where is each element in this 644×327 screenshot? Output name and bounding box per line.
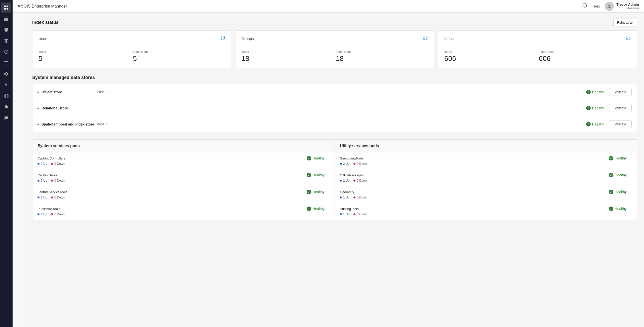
notification-bell-icon[interactable] xyxy=(582,3,587,10)
system-pod-name: CachingTools xyxy=(37,173,57,177)
data-store-spatiotemporal-name: Spatiotemporal and index store xyxy=(42,122,97,126)
index-card-items-body: Index 606 Index store 606 xyxy=(444,50,631,63)
svg-rect-9 xyxy=(4,61,8,62)
refresh-groups-icon[interactable] xyxy=(423,36,428,41)
user-name: Trevor Admin xyxy=(616,3,639,7)
utility-pod-health: ✓ Healthy xyxy=(609,173,627,177)
up-dot-icon xyxy=(37,196,39,198)
svg-rect-4 xyxy=(4,17,8,17)
index-card-users: Users Index 5 Index store 5 xyxy=(32,30,231,68)
down-dot-icon xyxy=(51,196,53,198)
system-pod-row: FeatureServiceTools ✓ Healthy 2 Up 0 Dow… xyxy=(32,186,335,203)
system-pod-health: ✓ Healthy xyxy=(307,207,325,211)
svg-rect-0 xyxy=(4,6,6,7)
system-pods-list: CachingControllers ✓ Healthy 2 Up 0 Down… xyxy=(32,152,335,220)
pod-down-count: 0 Down xyxy=(357,196,367,199)
user-menu[interactable]: Trevor Admin siteadmin xyxy=(605,2,639,11)
chevron-spatiotemporal-icon[interactable]: ▸ xyxy=(37,122,39,126)
refresh-users-icon[interactable] xyxy=(220,36,225,41)
pod-stats: 1 Up 0 Down xyxy=(340,213,632,216)
items-store-metric: Index store 606 xyxy=(539,50,631,63)
pods-section: System services pods CachingControllers … xyxy=(32,139,637,220)
refresh-items-icon[interactable] xyxy=(626,36,631,41)
reindex-all-button[interactable]: Reindex all xyxy=(613,19,637,26)
users-index-value: 5 xyxy=(38,55,130,63)
svg-rect-10 xyxy=(4,63,8,63)
pod-stats: 2 Up 0 Down xyxy=(340,179,632,182)
health-check-icon-2: ✓ xyxy=(586,106,591,110)
sidebar-icon-globe[interactable] xyxy=(1,91,11,101)
main-content: Index status Reindex all Users Index 5 xyxy=(25,13,644,327)
data-store-object-health: ✓ Healthy xyxy=(586,90,604,94)
pod-down-count: 0 Down xyxy=(54,179,65,182)
down-dot-icon xyxy=(353,213,355,215)
utility-pod-status: Healthy xyxy=(615,156,627,160)
validate-relational-button[interactable]: Validate xyxy=(609,104,632,112)
svg-rect-6 xyxy=(4,19,8,20)
pod-up-stat: 2 Up xyxy=(340,162,349,166)
pod-up-stat: 1 Up xyxy=(340,196,349,199)
utility-pod-row: Geometry ✓ Healthy 1 Up 0 Down xyxy=(335,186,637,203)
index-card-users-body: Index 5 Index store 5 xyxy=(38,50,225,63)
up-dot-icon xyxy=(37,163,39,165)
items-index-metric: Index 606 xyxy=(444,50,536,63)
health-check-icon: ✓ xyxy=(586,90,591,94)
sidebar-icon-list[interactable] xyxy=(1,58,11,68)
index-status-title: Index status xyxy=(32,20,59,25)
pod-up-stat: 1 Up xyxy=(340,213,349,216)
groups-index-value: 18 xyxy=(242,55,333,63)
index-status-header: Index status Reindex all xyxy=(32,19,637,26)
sidebar-icon-table[interactable] xyxy=(1,14,11,24)
up-dot-icon xyxy=(340,196,342,198)
items-store-label: Index store xyxy=(539,50,631,54)
data-store-relational-status: Healthy xyxy=(592,106,604,110)
health-check-icon-3: ✓ xyxy=(586,122,591,127)
help-link[interactable]: Help xyxy=(592,4,600,8)
items-store-value: 606 xyxy=(539,55,631,63)
sidebar-icon-settings[interactable] xyxy=(1,69,11,79)
users-store-label: Index store xyxy=(133,50,225,54)
down-dot-icon xyxy=(353,196,355,198)
up-dot-icon xyxy=(340,180,342,182)
sidebar-icon-dashboard[interactable] xyxy=(1,3,11,13)
utility-pod-health: ✓ Healthy xyxy=(609,190,627,194)
groups-index-label: Index xyxy=(242,50,333,54)
system-pod-health: ✓ Healthy xyxy=(307,173,325,177)
index-card-groups: Groups Index 18 Index store 18 xyxy=(235,30,434,68)
sidebar-icon-history[interactable] xyxy=(1,47,11,57)
svg-point-15 xyxy=(608,5,610,7)
up-dot-icon xyxy=(340,163,342,165)
sidebar-icon-chat[interactable] xyxy=(1,113,11,123)
pod-up-count: 2 Up xyxy=(343,179,349,182)
system-pod-name: PublishingTools xyxy=(37,207,60,211)
data-store-object-status: Healthy xyxy=(592,90,604,94)
data-store-object-pods: Pods: 1 xyxy=(97,90,586,94)
sidebar-icon-pulse[interactable] xyxy=(1,80,11,90)
validate-spatiotemporal-button[interactable]: Validate xyxy=(609,120,632,128)
app-header: ArcGIS Enterprise Manager Help Trevor Ad… xyxy=(13,0,644,13)
system-pod-name: FeatureServiceTools xyxy=(37,190,67,194)
system-pod-health: ✓ Healthy xyxy=(307,190,325,194)
system-pod-row: CachingTools ✓ Healthy 2 Up 0 Down xyxy=(32,169,335,186)
pod-stats: 2 Up 0 Down xyxy=(37,162,330,166)
chevron-relational-icon[interactable]: ▸ xyxy=(37,106,39,110)
sidebar xyxy=(0,0,13,327)
pod-down-stat: 0 Down xyxy=(51,196,65,199)
data-store-spatiotemporal-pods: Pods: 1 xyxy=(97,122,586,126)
sidebar-icon-bell[interactable] xyxy=(1,102,11,112)
utility-pods-list: GeocodingTools ✓ Healthy 2 Up 0 Down Off… xyxy=(335,152,637,220)
system-pod-name: CachingControllers xyxy=(37,156,65,160)
index-card-items: Items Index 606 Index store 606 xyxy=(438,30,637,68)
data-store-row-object: ▸ Object store Pods: 1 ✓ Healthy Validat… xyxy=(32,84,637,100)
pod-up-count: 1 Up xyxy=(343,196,349,199)
chevron-object-icon[interactable]: ▸ xyxy=(37,90,39,94)
svg-rect-2 xyxy=(4,8,6,10)
pod-down-stat: 0 Down xyxy=(51,213,65,216)
pod-down-count: 0 Down xyxy=(357,162,367,166)
sidebar-icon-shield[interactable] xyxy=(1,25,11,35)
users-index-metric: Index 5 xyxy=(38,50,130,63)
sidebar-icon-layers[interactable] xyxy=(1,36,11,46)
pod-up-count: 4 Up xyxy=(41,213,47,216)
validate-object-button[interactable]: Validate xyxy=(609,88,632,96)
items-index-value: 606 xyxy=(444,55,536,63)
